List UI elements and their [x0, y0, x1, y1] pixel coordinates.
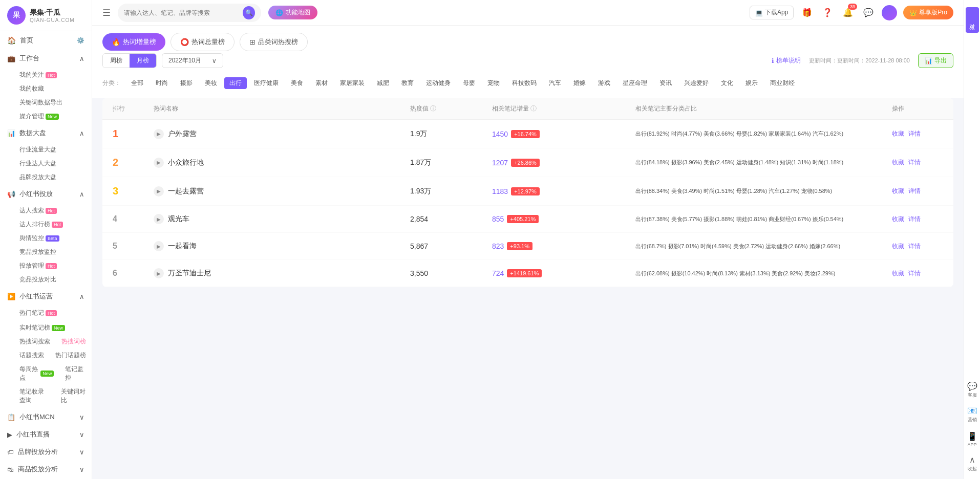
help-button[interactable]: ❓ — [820, 6, 835, 20]
sidebar-item-home[interactable]: 🏠 首页 ⚙️ — [0, 31, 92, 50]
avatar[interactable] — [882, 5, 897, 20]
compare-button[interactable]: 对比 — [966, 7, 979, 33]
cat-material[interactable]: 素材 — [310, 77, 333, 89]
cat-home[interactable]: 家居家装 — [335, 77, 370, 89]
period-month-button[interactable]: 月榜 — [130, 54, 156, 68]
sidebar-section-workbench[interactable]: 💼 工作台 ∧ — [0, 50, 92, 67]
detail-button[interactable]: 详情 — [908, 129, 921, 138]
cat-culture[interactable]: 文化 — [716, 77, 738, 89]
detail-button[interactable]: 详情 — [908, 242, 921, 251]
sidebar-item-weekly-hot[interactable]: 每周热点New — [14, 362, 59, 385]
cat-edu[interactable]: 教育 — [396, 77, 419, 89]
collect-button[interactable]: 收藏 — [892, 215, 904, 224]
download-button[interactable]: 💻 下载App — [750, 6, 794, 19]
cat-slim[interactable]: 减肥 — [372, 77, 394, 89]
sidebar-item-kol-rank[interactable]: 达人排行榜Hot — [14, 217, 92, 231]
sidebar-item-hot-topic[interactable]: 热门话题榜 — [50, 349, 91, 362]
sidebar-section-xhs-ops[interactable]: ▶️ 小红书运营 ∧ — [0, 288, 92, 305]
cat-astro[interactable]: 星座命理 — [617, 77, 652, 89]
sidebar-item-brand-place[interactable]: 品牌投放大盘 — [14, 170, 92, 184]
func-map-button[interactable]: 🌐 功能地图 — [268, 6, 317, 19]
app-button[interactable]: 📱 APP — [965, 429, 979, 449]
play-icon[interactable]: ▶ — [154, 186, 164, 197]
cat-photo[interactable]: 摄影 — [175, 77, 198, 89]
sidebar-item-note-monitor[interactable]: 笔记监控 — [60, 362, 92, 385]
cat-baby[interactable]: 母婴 — [458, 77, 480, 89]
search-button[interactable]: 🔍 — [243, 6, 255, 19]
search-input[interactable] — [124, 9, 243, 16]
detail-button[interactable]: 详情 — [908, 215, 921, 224]
detail-button[interactable]: 详情 — [908, 269, 921, 278]
cat-game[interactable]: 游戏 — [593, 77, 615, 89]
sidebar-section-product[interactable]: 🛍 商品投放分析 ∨ — [0, 461, 92, 478]
sidebar-item-realtime-rank[interactable]: 实时笔记榜New — [14, 321, 70, 335]
play-icon[interactable]: ▶ — [154, 241, 164, 251]
collapse-button[interactable]: ∧ 收起 — [965, 453, 979, 474]
settings-icon[interactable]: ⚙️ — [77, 37, 84, 44]
tab-hot-increase[interactable]: 🔥 热词增量榜 — [102, 33, 165, 51]
cat-hobby[interactable]: 兴趣爱好 — [679, 77, 714, 89]
collect-button[interactable]: 收藏 — [892, 129, 904, 138]
cat-car[interactable]: 汽车 — [544, 77, 566, 89]
period-week-button[interactable]: 周榜 — [103, 54, 130, 68]
cat-fitness[interactable]: 运动健身 — [421, 77, 456, 89]
sidebar-item-my-follow[interactable]: 我的关注Hot — [14, 68, 92, 82]
cat-wedding[interactable]: 婚嫁 — [568, 77, 591, 89]
sidebar-section-live[interactable]: ▶ 小红书直播 ∨ — [0, 426, 92, 443]
date-select[interactable]: 2022年10月 ∨ — [162, 53, 223, 68]
sidebar-item-media-manage[interactable]: 媒介管理New — [14, 110, 92, 123]
sidebar-item-industry-kol[interactable]: 行业达人大盘 — [14, 157, 92, 170]
tab-category-hot[interactable]: ⊞ 品类词热搜榜 — [240, 33, 308, 51]
detail-button[interactable]: 详情 — [908, 187, 921, 195]
sidebar-item-sentiment[interactable]: 舆情监控Beta — [14, 231, 92, 245]
sidebar-section-xhs-place[interactable]: 📢 小红书投放 ∧ — [0, 185, 92, 203]
sidebar-item-keyword-compare[interactable]: 关键词对比 — [56, 385, 92, 407]
pro-button[interactable]: 👑 尊享版Pro — [903, 6, 953, 19]
detail-button[interactable]: 详情 — [908, 158, 921, 167]
play-icon[interactable]: ▶ — [154, 129, 164, 139]
marketing-button[interactable]: 📧 营销 — [965, 404, 979, 425]
notification-button[interactable]: 🔔 39 — [841, 6, 855, 20]
play-icon[interactable]: ▶ — [154, 214, 164, 224]
note-info-icon[interactable]: ⓘ — [530, 104, 537, 113]
sidebar-item-my-collect[interactable]: 我的收藏 — [14, 82, 92, 96]
message-button[interactable]: 💬 — [861, 6, 876, 20]
sidebar-item-kol-search[interactable]: 达人搜索Hot — [14, 204, 92, 217]
sidebar-item-hot-note[interactable]: 热门笔记Hot — [14, 306, 62, 320]
collect-button[interactable]: 收藏 — [892, 269, 904, 278]
cat-all[interactable]: 全部 — [126, 77, 148, 89]
play-icon[interactable]: ▶ — [154, 158, 164, 168]
sidebar-section-brand[interactable]: 🏷 品牌投放分析 ∨ — [0, 443, 92, 461]
sidebar-item-hot-rank[interactable]: 热搜词榜 — [56, 335, 91, 349]
sidebar-item-keyword-export[interactable]: 关键词数据导出 — [14, 96, 92, 110]
export-button[interactable]: 📊 导出 — [918, 53, 953, 68]
cat-medical[interactable]: 医疗健康 — [249, 77, 284, 89]
collect-button[interactable]: 收藏 — [892, 187, 904, 195]
cat-fashion[interactable]: 时尚 — [151, 77, 173, 89]
play-icon[interactable]: ▶ — [154, 268, 164, 278]
sidebar-item-hot-search[interactable]: 热搜词搜索 — [14, 335, 55, 349]
sidebar-section-data[interactable]: 📊 数据大盘 ∧ — [0, 124, 92, 142]
sidebar-item-industry-flow[interactable]: 行业流量大盘 — [14, 143, 92, 157]
sidebar-item-note-check[interactable]: 笔记收录查询 — [14, 385, 55, 407]
list-explain-button[interactable]: ℹ 榜单说明 — [772, 56, 801, 65]
cat-entertainment[interactable]: 娱乐 — [740, 77, 763, 89]
cat-tech[interactable]: 科技数码 — [507, 77, 542, 89]
heat-info-icon[interactable]: ⓘ — [430, 104, 436, 113]
menu-icon[interactable]: ☰ — [102, 7, 111, 18]
cat-news[interactable]: 资讯 — [654, 77, 677, 89]
cat-beauty[interactable]: 美妆 — [200, 77, 222, 89]
customer-button[interactable]: 💬 客服 — [965, 380, 979, 400]
sidebar-section-mcn[interactable]: 📋 小红书MCN ∨ — [0, 408, 92, 426]
cat-pet[interactable]: 宠物 — [482, 77, 505, 89]
sidebar-item-competitor-compare[interactable]: 竞品投放对比 — [14, 273, 92, 287]
sidebar-item-topic-search[interactable]: 话题搜索 — [14, 349, 49, 362]
cat-finance[interactable]: 商业财经 — [765, 77, 800, 89]
collect-button[interactable]: 收藏 — [892, 242, 904, 251]
sidebar-item-place-manage[interactable]: 投放管理Hot — [14, 259, 92, 273]
sidebar-item-competitor-monitor[interactable]: 竞品投放监控 — [14, 245, 92, 259]
cat-travel[interactable]: 出行 — [224, 77, 247, 89]
tab-hot-total[interactable]: ⭕ 热词总量榜 — [171, 33, 235, 51]
gift-button[interactable]: 🎁 — [800, 6, 814, 20]
collect-button[interactable]: 收藏 — [892, 158, 904, 167]
